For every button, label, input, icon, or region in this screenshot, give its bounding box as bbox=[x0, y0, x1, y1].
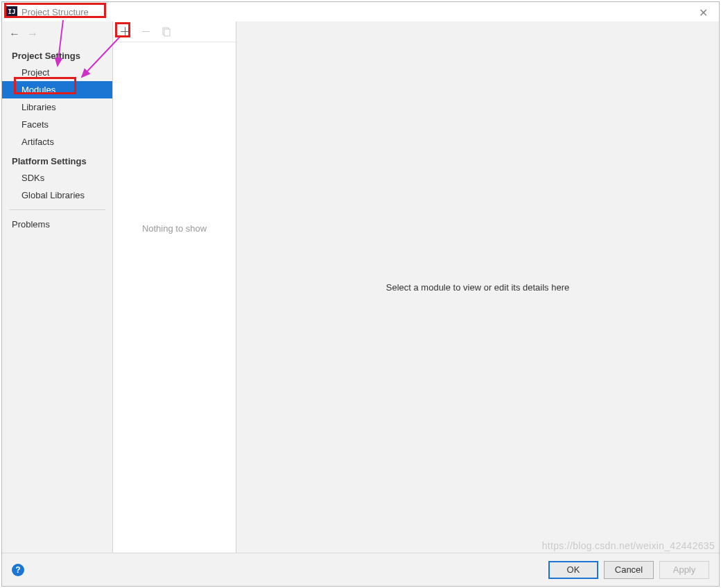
sidebar-item-facets[interactable]: Facets bbox=[2, 116, 112, 133]
section-project-settings: Project Settings bbox=[2, 45, 112, 64]
sidebar-divider bbox=[9, 209, 105, 210]
help-icon[interactable]: ? bbox=[12, 564, 24, 576]
ok-button[interactable]: OK bbox=[548, 561, 598, 579]
content-placeholder: Select a module to view or edit its deta… bbox=[386, 282, 569, 293]
project-structure-dialog: IJ Project Structure ✕ ← → Project Setti… bbox=[1, 1, 720, 587]
apply-button: Apply bbox=[659, 561, 709, 579]
nav-back-icon[interactable]: ← bbox=[9, 28, 20, 40]
sidebar-item-artifacts[interactable]: Artifacts bbox=[2, 133, 112, 150]
sidebar-item-sdks[interactable]: SDKs bbox=[2, 169, 112, 187]
add-icon[interactable] bbox=[117, 24, 132, 40]
nav-history-buttons: ← → bbox=[2, 24, 112, 45]
dialog-footer: ? OK Cancel Apply bbox=[2, 553, 719, 586]
module-toolbar bbox=[113, 21, 236, 42]
nav-forward-icon: → bbox=[27, 28, 38, 40]
copy-icon bbox=[159, 24, 174, 40]
dialog-body: ← → Project Settings Project Modules Lib… bbox=[2, 21, 719, 553]
section-platform-settings: Platform Settings bbox=[2, 150, 112, 169]
sidebar-item-project[interactable]: Project bbox=[2, 64, 112, 81]
module-list-pane: Nothing to show bbox=[113, 21, 236, 553]
module-list-empty: Nothing to show bbox=[113, 42, 236, 553]
sidebar-item-global-libraries[interactable]: Global Libraries bbox=[2, 187, 112, 204]
svg-rect-3 bbox=[164, 29, 170, 36]
sidebar-item-problems[interactable]: Problems bbox=[2, 216, 112, 233]
sidebar: ← → Project Settings Project Modules Lib… bbox=[2, 21, 113, 553]
sidebar-item-libraries[interactable]: Libraries bbox=[2, 98, 112, 116]
sidebar-item-modules[interactable]: Modules bbox=[2, 81, 112, 98]
app-icon: IJ bbox=[6, 6, 17, 17]
window-title: Project Structure bbox=[21, 7, 89, 17]
remove-icon bbox=[138, 24, 153, 40]
cancel-button[interactable]: Cancel bbox=[604, 561, 654, 579]
content-pane: Select a module to view or edit its deta… bbox=[236, 21, 719, 553]
close-icon[interactable]: ✕ bbox=[695, 5, 712, 21]
titlebar: IJ Project Structure ✕ bbox=[2, 2, 719, 21]
